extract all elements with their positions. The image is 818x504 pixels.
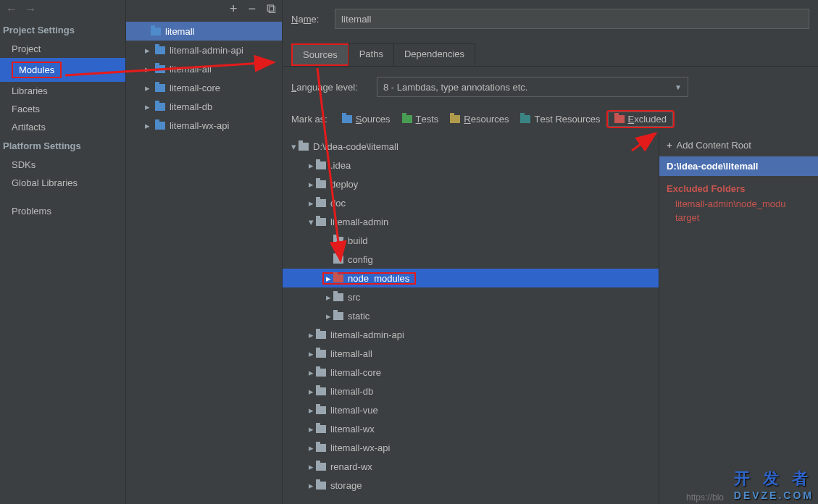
tree-item-litemall-admin[interactable]: ▾litemall-admin: [283, 212, 659, 231]
add-content-root-button[interactable]: +Add Content Root: [659, 134, 818, 156]
tab-paths[interactable]: Paths: [349, 43, 394, 66]
sidebar-item-project[interactable]: Project: [0, 40, 125, 58]
module-label: litemall-core: [170, 83, 220, 93]
tree-label: litemall-vue: [330, 405, 378, 416]
module-item[interactable]: ▸litemall-core: [126, 78, 282, 97]
sidebar-item-global-libraries[interactable]: Global Libraries: [0, 174, 125, 192]
excluded-folder-item[interactable]: litemall-admin\node_modu: [659, 197, 818, 211]
module-item[interactable]: ▸litemall-db: [126, 97, 282, 116]
remove-module-icon[interactable]: −: [248, 1, 256, 16]
language-level-label: Language level:: [291, 82, 377, 93]
tree-item-build[interactable]: build: [283, 231, 659, 250]
tree-label: .idea: [330, 160, 351, 171]
module-icon: [151, 28, 161, 35]
chevron-right-icon: ▸: [306, 405, 316, 416]
sidebar-item-problems[interactable]: Problems: [0, 202, 125, 220]
forward-arrow-icon[interactable]: →: [25, 3, 36, 15]
chevron-right-icon: ▸: [323, 273, 333, 284]
chevron-down-icon: ▼: [675, 83, 682, 91]
folder-icon: [316, 387, 326, 395]
folder-icon: [299, 143, 309, 151]
folder-icon: [316, 350, 326, 358]
tree-item-idea[interactable]: ▸.idea: [283, 156, 659, 175]
tree-item-config[interactable]: config: [283, 250, 659, 269]
tree-label: storage: [330, 480, 362, 491]
module-icon: [155, 103, 165, 111]
tree-item-wx-api[interactable]: ▸litemall-wx-api: [283, 438, 659, 457]
nav-arrows: ← →: [0, 0, 125, 20]
chevron-right-icon: ▸: [145, 101, 155, 112]
sidebar-item-libraries[interactable]: Libraries: [0, 82, 125, 100]
folder-icon: [316, 331, 326, 339]
excluded-folder-item[interactable]: target: [659, 211, 818, 224]
tree-item-renard[interactable]: ▸renard-wx: [283, 457, 659, 476]
module-icon: [155, 122, 165, 130]
tree-item-all[interactable]: ▸litemall-all: [283, 344, 659, 363]
module-name-input[interactable]: [335, 9, 809, 29]
tree-item-core[interactable]: ▸litemall-core: [283, 363, 659, 382]
module-label: litemall-admin-api: [170, 45, 243, 56]
tree-label: node_modules: [348, 273, 409, 284]
folder-icon: [333, 293, 343, 301]
folder-blue-icon: [342, 115, 352, 123]
chevron-right-icon: ▸: [323, 292, 333, 303]
mark-sources-button[interactable]: Sources: [338, 112, 395, 126]
modules-toolbar: + − ⧉: [126, 0, 282, 20]
tree-item-deploy[interactable]: ▸deploy: [283, 175, 659, 193]
sidebar-item-sdks[interactable]: SDKs: [0, 156, 125, 174]
tree-item-src[interactable]: ▸src: [283, 287, 659, 306]
back-arrow-icon[interactable]: ←: [6, 3, 17, 15]
tree-item-storage[interactable]: ▸storage: [283, 476, 659, 495]
tree-item-vue[interactable]: ▸litemall-vue: [283, 400, 659, 419]
tree-item-admin-api[interactable]: ▸litemall-admin-api: [283, 325, 659, 344]
chevron-right-icon: ▸: [323, 311, 333, 322]
tab-dependencies[interactable]: Dependencies: [393, 43, 475, 66]
chevron-right-icon: ▸: [306, 367, 316, 378]
tree-label: litemall-admin: [330, 217, 388, 227]
chevron-right-icon: ▸: [306, 442, 316, 453]
modules-tree: litemall ▸litemall-admin-api▸litemall-al…: [126, 20, 282, 136]
tree-label: litemall-core: [330, 367, 381, 378]
tree-label: doc: [330, 198, 346, 209]
language-level-combo[interactable]: 8 - Lambdas, type annotations etc. ▼: [377, 77, 688, 97]
tree-item-db[interactable]: ▸litemall-db: [283, 382, 659, 400]
module-item[interactable]: ▸litemall-admin-api: [126, 41, 282, 59]
folder-icon: [333, 237, 343, 245]
mark-resources-button[interactable]: Resources: [446, 112, 513, 126]
sidebar-item-facets[interactable]: Facets: [0, 100, 125, 118]
folder-icon: [333, 312, 343, 320]
folder-excluded-icon: [333, 274, 343, 282]
module-item[interactable]: ▸litemall-wx-api: [126, 116, 282, 135]
tree-item-static[interactable]: ▸static: [283, 306, 659, 325]
tree-label: src: [348, 292, 360, 303]
tree-item-doc[interactable]: ▸doc: [283, 193, 659, 212]
sidebar-item-artifacts[interactable]: Artifacts: [0, 118, 125, 136]
mark-excluded-button[interactable]: Excluded: [608, 112, 673, 127]
copy-module-icon[interactable]: ⧉: [267, 1, 276, 16]
module-root[interactable]: litemall: [126, 22, 282, 41]
tree-item-wx[interactable]: ▸litemall-wx: [283, 419, 659, 438]
folder-icon: [316, 425, 326, 433]
language-level-value: 8 - Lambdas, type annotations etc.: [383, 82, 527, 93]
folder-yellow-icon: [450, 115, 460, 123]
tree-label: litemall-wx: [330, 424, 375, 434]
module-item[interactable]: ▸litemall-all: [126, 59, 282, 78]
mark-tests-button[interactable]: Tests: [398, 112, 443, 126]
folder-icon: [316, 463, 326, 471]
add-module-icon[interactable]: +: [230, 1, 238, 16]
plus-icon: +: [667, 140, 672, 151]
chevron-right-icon: ▸: [145, 45, 155, 56]
tab-sources[interactable]: Sources: [291, 43, 349, 66]
tree-label: renard-wx: [330, 461, 372, 472]
tree-item-node-modules[interactable]: ▸node_modules: [283, 269, 659, 287]
mark-test-resources-button[interactable]: Test Resources: [516, 112, 604, 126]
tree-label: litemall-db: [330, 386, 373, 397]
tree-root[interactable]: ▾D:\idea-code\litemall: [283, 137, 659, 156]
module-label: litemall: [165, 26, 194, 37]
folder-icon: [316, 218, 326, 226]
sidebar-item-modules[interactable]: Modules: [0, 58, 125, 82]
chevron-right-icon: ▸: [306, 386, 316, 397]
content-root-path[interactable]: D:\idea-code\litemall: [659, 156, 818, 176]
chevron-down-icon: ▾: [288, 141, 299, 152]
chevron-right-icon: ▸: [306, 348, 316, 359]
